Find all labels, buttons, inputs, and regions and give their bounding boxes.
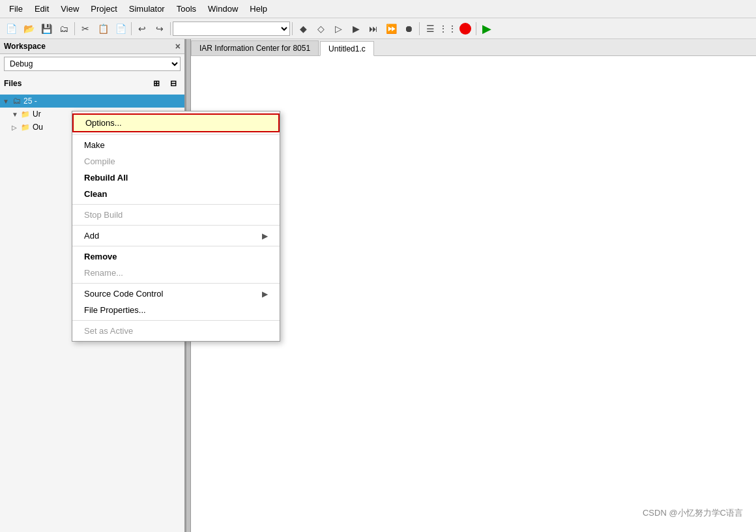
files-label: Files bbox=[4, 79, 22, 88]
cm-compile-label: Compile bbox=[84, 156, 115, 166]
cm-rebuild[interactable]: Rebuild All bbox=[72, 170, 280, 186]
menu-file[interactable]: File bbox=[4, 2, 28, 16]
cm-add-arrow: ▶ bbox=[262, 231, 268, 241]
sep1 bbox=[74, 22, 75, 35]
cm-add[interactable]: Add ▶ bbox=[72, 228, 280, 244]
toolbar-btn1[interactable]: ◆ bbox=[295, 20, 312, 37]
tree-item-project[interactable]: ▼ 🗂 25 - bbox=[0, 95, 184, 108]
workspace-title: Workspace bbox=[4, 42, 46, 51]
cm-scc-arrow: ▶ bbox=[262, 289, 268, 299]
expand-icon-ur: ▼ bbox=[12, 111, 20, 118]
files-icons: ⊞ ⊟ bbox=[149, 76, 181, 91]
cm-stopbuild: Stop Build bbox=[72, 207, 280, 223]
file-icon-btn1[interactable]: ⊞ bbox=[149, 76, 164, 91]
cm-source-code-control[interactable]: Source Code Control ▶ bbox=[72, 286, 280, 302]
toolbar-btn6[interactable]: ⏩ bbox=[383, 20, 400, 37]
cm-options-label: Options... bbox=[85, 118, 122, 128]
ou-label: Ou bbox=[33, 123, 43, 132]
toolbar-btn7[interactable]: ⏺ bbox=[400, 20, 417, 37]
menu-tools[interactable]: Tools bbox=[171, 2, 201, 16]
menu-simulator[interactable]: Simulator bbox=[124, 2, 170, 16]
toolbar-btn4[interactable]: ▶ bbox=[347, 20, 364, 37]
cm-sa-label: Set as Active bbox=[84, 326, 133, 336]
workspace-close-btn[interactable]: × bbox=[175, 41, 181, 52]
toolbar-undo[interactable]: ↩ bbox=[134, 20, 151, 37]
menu-project[interactable]: Project bbox=[85, 2, 122, 16]
sep6 bbox=[476, 22, 476, 35]
ur-label: Ur bbox=[33, 110, 41, 119]
sep5 bbox=[419, 22, 420, 35]
toolbar-debug-icon[interactable]: ☰ bbox=[422, 20, 439, 37]
files-header: Files ⊞ ⊟ bbox=[0, 74, 184, 93]
cm-set-active: Set as Active bbox=[72, 323, 280, 339]
cm-sep2 bbox=[72, 225, 280, 226]
cm-sep4 bbox=[72, 283, 280, 284]
workspace-config-dropdown[interactable]: Debug bbox=[4, 57, 181, 71]
toolbar-copy[interactable]: 📋 bbox=[94, 20, 111, 37]
tab-untitled[interactable]: Untitled1.c bbox=[320, 41, 374, 56]
cm-scc-label: Source Code Control bbox=[84, 289, 163, 299]
toolbar-paste[interactable]: 📄 bbox=[112, 20, 129, 37]
expand-icon-ou: ▷ bbox=[12, 124, 20, 131]
tab-untitled-label: Untitled1.c bbox=[328, 44, 366, 53]
cm-options[interactable]: Options... bbox=[72, 113, 280, 132]
folder-icon-ou: 📁 bbox=[20, 122, 31, 132]
expand-icon-project: ▼ bbox=[3, 98, 10, 105]
toolbar: 📄 📂 💾 🗂 ✂ 📋 📄 ↩ ↪ ◆ ◇ ▷ ▶ ⏭ ⏩ ⏺ ☰ ⋮⋮ ▶ bbox=[0, 18, 756, 39]
cm-sep5 bbox=[72, 320, 280, 321]
menu-edit[interactable]: Edit bbox=[29, 2, 54, 16]
workspace-header: Workspace × bbox=[0, 39, 184, 54]
context-menu: Options... Make Compile Rebuild All Clea… bbox=[72, 111, 280, 342]
toolbar-run-icon[interactable]: ▶ bbox=[478, 20, 495, 37]
file-icon-btn2[interactable]: ⊟ bbox=[166, 76, 181, 91]
toolbar-btn2[interactable]: ◇ bbox=[312, 20, 329, 37]
toolbar-saveall[interactable]: 🗂 bbox=[55, 20, 72, 37]
toolbar-btn3[interactable]: ▷ bbox=[330, 20, 347, 37]
toolbar-cut[interactable]: ✂ bbox=[77, 20, 94, 37]
toolbar-btn5[interactable]: ⏭ bbox=[365, 20, 382, 37]
tabs-bar: IAR Information Center for 8051 Untitled… bbox=[191, 39, 756, 56]
cm-make-label: Make bbox=[84, 140, 105, 150]
cm-sep0 bbox=[72, 134, 280, 135]
cm-rename-label: Rename... bbox=[84, 268, 123, 278]
toolbar-save[interactable]: 💾 bbox=[38, 20, 55, 37]
cm-stopbuild-label: Stop Build bbox=[84, 210, 123, 220]
toolbar-stop-icon[interactable] bbox=[457, 20, 474, 37]
project-icon: 🗂 bbox=[10, 96, 22, 106]
toolbar-config-dropdown[interactable] bbox=[173, 22, 290, 36]
folder-icon-ur: 📁 bbox=[20, 109, 31, 119]
sep3 bbox=[170, 22, 171, 35]
menu-view[interactable]: View bbox=[55, 2, 84, 16]
cm-remove[interactable]: Remove bbox=[72, 248, 280, 265]
menu-window[interactable]: Window bbox=[203, 2, 243, 16]
project-label: 25 - bbox=[23, 96, 37, 106]
toolbar-open[interactable]: 📂 bbox=[20, 20, 37, 37]
tab-iar-info-label: IAR Information Center for 8051 bbox=[199, 44, 310, 53]
cm-make[interactable]: Make bbox=[72, 137, 280, 153]
cm-compile: Compile bbox=[72, 153, 280, 170]
cm-clean-label: Clean bbox=[84, 189, 107, 199]
menu-help[interactable]: Help bbox=[244, 2, 272, 16]
toolbar-debug-icon2[interactable]: ⋮⋮ bbox=[439, 20, 456, 37]
watermark: CSDN @小忆努力学C语言 bbox=[643, 507, 743, 519]
cm-rebuild-label: Rebuild All bbox=[84, 173, 128, 183]
menubar: File Edit View Project Simulator Tools W… bbox=[0, 0, 756, 18]
cm-sep1 bbox=[72, 204, 280, 205]
toolbar-redo[interactable]: ↪ bbox=[151, 20, 168, 37]
cm-sep3 bbox=[72, 246, 280, 246]
sep4 bbox=[292, 22, 293, 35]
cm-clean[interactable]: Clean bbox=[72, 186, 280, 202]
cm-file-properties[interactable]: File Properties... bbox=[72, 302, 280, 318]
tab-iar-info[interactable]: IAR Information Center for 8051 bbox=[191, 40, 319, 55]
cm-add-label: Add bbox=[84, 231, 99, 241]
cm-fp-label: File Properties... bbox=[84, 305, 146, 315]
cm-remove-label: Remove bbox=[84, 252, 117, 261]
cm-rename: Rename... bbox=[72, 265, 280, 281]
sep2 bbox=[131, 22, 132, 35]
toolbar-new[interactable]: 📄 bbox=[3, 20, 20, 37]
